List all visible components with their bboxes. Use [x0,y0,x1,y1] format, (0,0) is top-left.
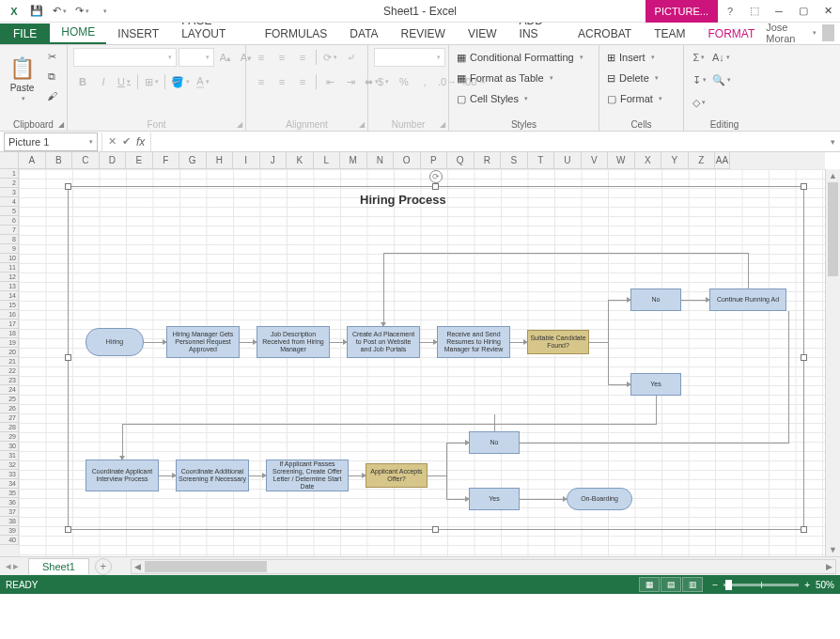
column-header[interactable]: M [340,152,367,169]
row-header[interactable]: 15 [0,301,19,310]
insert-cells-button[interactable]: ⊞ Insert▾ [605,48,657,67]
row-header[interactable]: 12 [0,273,19,282]
font-family-select[interactable]: ▾ [73,48,177,67]
row-header[interactable]: 11 [0,263,19,273]
tab-formulas[interactable]: FORMULAS [254,23,339,44]
minimize-icon[interactable]: ─ [767,0,791,23]
align-top-icon[interactable]: ≡ [252,48,271,67]
row-header[interactable]: 35 [0,489,19,498]
cell-styles-button[interactable]: ▢ Cell Styles▾ [455,89,530,108]
column-header[interactable]: E [126,152,153,169]
number-launcher-icon[interactable]: ◢ [440,120,445,129]
row-header[interactable]: 34 [0,479,19,489]
row-header[interactable]: 26 [0,404,19,413]
row-header[interactable]: 13 [0,282,19,291]
row-header[interactable]: 5 [0,207,19,216]
align-center-icon[interactable]: ≡ [272,72,291,91]
row-header[interactable]: 31 [0,451,19,460]
row-header[interactable]: 7 [0,226,19,235]
scroll-down-icon[interactable]: ▼ [826,543,840,556]
orientation-icon[interactable]: ⟳▾ [320,48,339,67]
column-header[interactable]: Y [661,152,689,169]
row-header[interactable]: 37 [0,507,19,517]
find-select-icon[interactable]: 🔍▾ [710,70,733,89]
row-header[interactable]: 32 [0,460,19,470]
tab-home[interactable]: HOME [50,22,106,44]
increase-indent-icon[interactable]: ⇥ [341,72,360,91]
sort-filter-icon[interactable]: A↓▾ [710,48,732,67]
column-header[interactable]: K [287,152,314,169]
row-header[interactable]: 19 [0,338,19,348]
page-break-view-icon[interactable]: ▥ [682,577,703,592]
column-header[interactable]: D [100,152,127,169]
autosum-icon[interactable]: Σ▾ [690,48,708,67]
row-header[interactable]: 40 [0,536,19,545]
row-header[interactable]: 17 [0,320,19,329]
wrap-text-icon[interactable]: ⤶ [341,48,360,67]
row-header[interactable]: 23 [0,376,19,385]
row-header[interactable]: 10 [0,254,19,263]
formula-input[interactable] [150,132,825,151]
clear-icon[interactable]: ◇▾ [690,93,708,112]
page-layout-view-icon[interactable]: ▤ [661,577,681,592]
tab-team[interactable]: TEAM [643,23,696,44]
bold-button[interactable]: B [73,72,92,91]
row-header[interactable]: 21 [0,357,19,366]
zoom-in-icon[interactable]: + [804,580,810,590]
row-header[interactable]: 39 [0,526,19,536]
row-header[interactable]: 9 [0,244,19,254]
column-header[interactable]: S [501,152,528,169]
conditional-formatting-button[interactable]: ▦ Conditional Formatting▾ [455,48,585,67]
select-all-corner[interactable] [0,152,19,169]
normal-view-icon[interactable]: ▦ [639,577,660,592]
name-box[interactable]: Picture 1▾ [4,132,98,151]
row-header[interactable]: 18 [0,329,19,338]
scroll-right-icon[interactable]: ▶ [822,560,835,573]
add-sheet-button[interactable]: + [95,558,112,575]
row-header[interactable]: 33 [0,470,19,479]
expand-formula-bar-icon[interactable]: ▾ [825,137,840,147]
row-header[interactable]: 1 [0,169,19,179]
format-cells-button[interactable]: ▢ Format▾ [605,89,664,108]
close-icon[interactable]: ✕ [816,0,840,23]
zoom-level[interactable]: 50% [816,580,834,590]
fill-color-icon[interactable]: 🪣▾ [169,72,192,91]
currency-icon[interactable]: $▾ [374,72,393,91]
copy-icon[interactable]: ⧉ [42,68,61,85]
align-left-icon[interactable]: ≡ [252,72,271,91]
column-header[interactable]: V [582,152,609,169]
row-header[interactable]: 6 [0,216,19,226]
cancel-formula-icon[interactable]: ✕ [108,135,117,148]
enter-formula-icon[interactable]: ✔ [122,135,131,148]
column-header[interactable]: W [608,152,635,169]
picture-tools-tab[interactable]: PICTURE... [646,0,718,23]
column-header[interactable]: T [528,152,555,169]
align-right-icon[interactable]: ≡ [293,72,312,91]
undo-icon[interactable]: ↶▾ [49,1,70,22]
clipboard-launcher-icon[interactable]: ◢ [58,120,64,129]
row-header[interactable]: 36 [0,498,19,507]
column-header[interactable]: O [394,152,421,169]
number-format-select[interactable]: ▾ [374,48,445,67]
tab-file[interactable]: FILE [0,23,50,44]
column-header[interactable]: N [367,152,395,169]
column-header[interactable]: H [207,152,234,169]
zoom-out-icon[interactable]: − [712,580,718,590]
italic-button[interactable]: I [94,72,113,91]
border-icon[interactable]: ⊞▾ [142,72,161,91]
align-middle-icon[interactable]: ≡ [272,48,291,67]
qat-customize-icon[interactable]: ▾ [94,1,115,22]
maximize-icon[interactable]: ▢ [791,0,816,23]
cells-grid[interactable]: ⟳ Hiring Process Hiring Hiring Manager G… [19,169,825,556]
increase-font-icon[interactable]: A▴ [216,48,235,67]
row-header[interactable]: 30 [0,442,19,451]
tab-review[interactable]: REVIEW [390,23,457,44]
row-header[interactable]: 2 [0,179,19,188]
format-as-table-button[interactable]: ▦ Format as Table▾ [455,69,555,87]
decrease-indent-icon[interactable]: ⇤ [320,72,339,91]
tab-data[interactable]: DATA [338,23,389,44]
sheet-prev-icon[interactable]: ◂ [6,560,11,572]
column-header[interactable]: P [421,152,448,169]
column-header[interactable]: B [46,152,73,169]
column-header[interactable]: G [179,152,207,169]
